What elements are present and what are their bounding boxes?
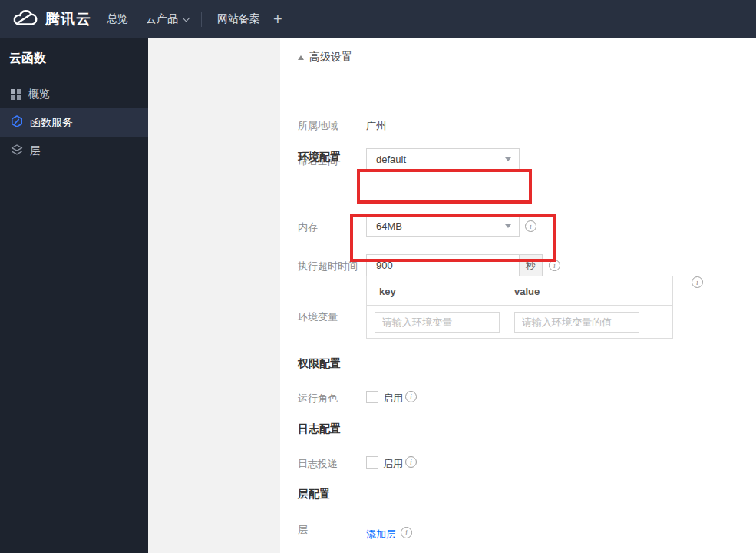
logo-text: 腾讯云 <box>45 9 91 29</box>
timeout-label: 执行超时时间 <box>298 260 358 273</box>
env-key-column-header: key <box>379 286 396 297</box>
memory-select-value: 64MB <box>376 220 402 232</box>
topnav-divider <box>201 12 202 27</box>
run-role-info-icon[interactable] <box>405 391 417 402</box>
topnav-cloud-products[interactable]: 云产品 <box>146 0 189 38</box>
sidebar-item-label: 函数服务 <box>30 116 73 130</box>
timeout-info-icon[interactable] <box>549 260 560 271</box>
sidebar-title: 云函数 <box>9 51 46 67</box>
env-vars-table-header: key value <box>367 276 672 306</box>
env-key-input[interactable] <box>375 312 500 333</box>
sidebar-item-label: 概览 <box>28 88 50 101</box>
section-layer-config: 层配置 <box>298 488 330 502</box>
timeout-input[interactable] <box>366 254 520 276</box>
advanced-settings-toggle[interactable]: 高级设置 <box>298 51 352 65</box>
namespace-select[interactable]: default <box>366 148 520 171</box>
region-label: 所属地域 <box>298 119 338 133</box>
sidebar: 云函数 概览 函数服务 层 <box>0 38 148 553</box>
env-value-column-header: value <box>514 286 540 297</box>
memory-info-icon[interactable] <box>525 220 536 232</box>
annotation-box-memory <box>357 169 532 204</box>
region-value: 广州 <box>366 119 386 133</box>
section-log-config: 日志配置 <box>298 422 341 436</box>
run-role-enable-label: 启用 <box>383 392 403 406</box>
dropdown-caret-icon <box>505 224 511 228</box>
namespace-select-value: default <box>376 154 406 165</box>
sidebar-item-layer[interactable]: 层 <box>0 137 148 165</box>
topbar: 腾讯云 总览 云产品 网站备案 + <box>0 0 756 38</box>
grid-icon <box>11 89 21 100</box>
tencent-cloud-logo[interactable]: 腾讯云 <box>11 8 91 30</box>
layers-icon <box>11 144 23 158</box>
sidebar-item-function-service[interactable]: 函数服务 <box>0 108 148 137</box>
env-vars-info-icon[interactable] <box>692 276 703 288</box>
topnav-website-record[interactable]: 网站备案 <box>217 0 260 38</box>
add-layer-link[interactable]: 添加层 <box>366 528 396 541</box>
topnav-overview[interactable]: 总览 <box>107 0 128 38</box>
collapse-arrow-icon <box>298 55 304 60</box>
env-vars-table-row <box>367 306 672 339</box>
settings-panel: 高级设置 所属地域 广州 命名空间 default 环境配置 内存 64MB 执… <box>280 38 756 553</box>
sidebar-item-overview[interactable]: 概览 <box>0 80 148 108</box>
log-delivery-info-icon[interactable] <box>405 456 417 468</box>
log-delivery-label: 日志投递 <box>298 457 338 471</box>
memory-select[interactable]: 64MB <box>366 215 520 237</box>
add-layer-info-icon[interactable] <box>401 527 412 538</box>
topnav-cloud-products-label: 云产品 <box>146 12 178 26</box>
dropdown-caret-icon <box>505 157 511 161</box>
run-role-label: 运行角色 <box>298 392 338 406</box>
layer-label: 层 <box>298 523 308 537</box>
tencent-cloud-console: { "topbar": { "logo_text": "腾讯云", "nav":… <box>0 0 756 553</box>
sidebar-item-label: 层 <box>30 144 41 158</box>
timeout-unit-addon: 秒 <box>520 254 543 276</box>
env-value-input[interactable] <box>514 312 639 333</box>
timeout-input-group: 秒 <box>366 254 543 276</box>
section-permission-config: 权限配置 <box>298 357 341 371</box>
memory-label: 内存 <box>298 220 318 234</box>
env-vars-label: 环境变量 <box>298 310 338 324</box>
env-vars-table: key value <box>366 276 673 339</box>
chevron-down-icon <box>183 14 190 22</box>
log-delivery-checkbox[interactable] <box>366 456 378 469</box>
log-delivery-enable-label: 启用 <box>383 457 403 471</box>
hexagon-function-icon <box>11 115 23 130</box>
topnav-add-button[interactable]: + <box>273 0 282 38</box>
run-role-checkbox[interactable] <box>366 391 378 403</box>
section-env-config: 环境配置 <box>298 151 341 164</box>
advanced-settings-label: 高级设置 <box>309 51 352 65</box>
cloud-logo-icon <box>11 8 38 30</box>
